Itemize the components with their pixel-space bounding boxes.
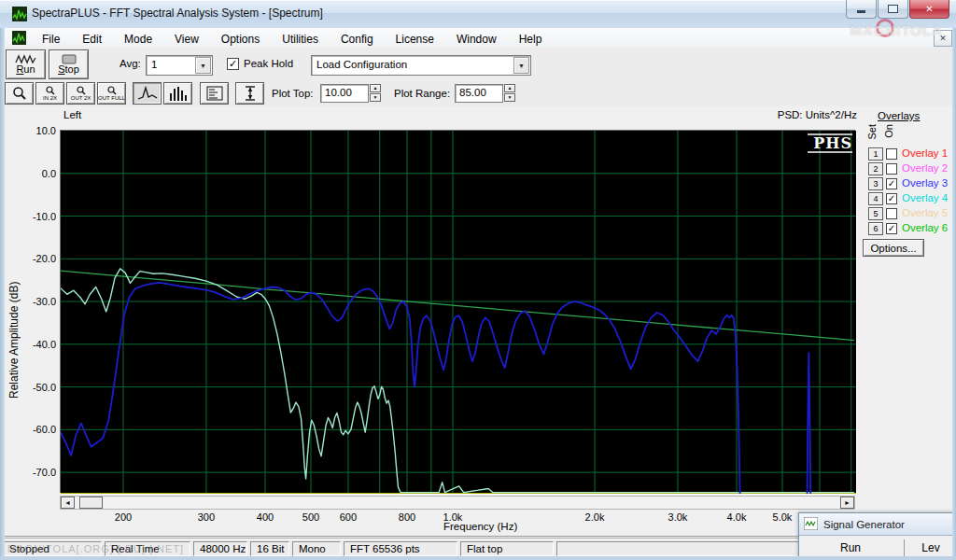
- overlay-checkbox-4[interactable]: ✓: [886, 193, 897, 204]
- signal-generator-titlebar[interactable]: Signal Generator: [799, 513, 955, 536]
- x-tick-label: 500: [292, 511, 330, 523]
- menu-view[interactable]: View: [163, 31, 210, 48]
- peak-hold-label: Peak Hold: [244, 58, 293, 69]
- load-configuration-combobox[interactable]: Load Configuration ▼: [311, 55, 531, 76]
- y-tick-label: -50.0: [19, 382, 56, 393]
- scroll-left-arrow-icon[interactable]: ◄: [61, 497, 75, 509]
- y-tick-label: -40.0: [19, 339, 56, 350]
- menu-edit[interactable]: Edit: [71, 31, 113, 48]
- menu-options[interactable]: Options: [210, 31, 271, 48]
- status-panel-mono: Mono: [292, 541, 341, 556]
- overlay-label-5: Overlay 5: [902, 207, 948, 218]
- signal-generator-run-button[interactable]: Run: [799, 541, 902, 554]
- plot-toolbar: IN 2X OUT 2X OUT FULL Plot Top: 10.00 ▲▼…: [0, 81, 956, 107]
- avg-combobox[interactable]: 1 ▼: [146, 55, 213, 76]
- overlay-set-button-2[interactable]: 2: [868, 162, 883, 175]
- overlay-checkbox-3[interactable]: ✓: [886, 178, 897, 189]
- peak-hold-checkbox[interactable]: ✓: [227, 58, 239, 70]
- y-tick-label: 0.0: [19, 168, 56, 179]
- run-button-label: Run: [16, 64, 35, 75]
- plot-range-input[interactable]: 85.00: [455, 84, 503, 103]
- signal-generator-window[interactable]: Signal Generator Run Lev: [798, 512, 956, 560]
- run-button[interactable]: Run: [6, 49, 46, 79]
- spectraplus-window: SpectraPLUS - FFT Spectral Analysis Syst…: [0, 0, 956, 560]
- menu-utilities[interactable]: Utilities: [271, 31, 330, 48]
- stop-button-label: Stop: [58, 64, 79, 75]
- overlay-checkbox-6[interactable]: ✓: [886, 223, 897, 234]
- avg-label: Avg:: [120, 58, 141, 69]
- close-icon: ✕: [925, 4, 933, 14]
- bar-graph-view-button[interactable]: [163, 82, 192, 105]
- spectrum-curve-view-button[interactable]: [133, 82, 162, 105]
- menu-file[interactable]: File: [31, 31, 71, 48]
- bar-graph-icon: [169, 86, 188, 101]
- spinner-up-icon[interactable]: ▲: [504, 84, 515, 92]
- stop-button[interactable]: Stop: [49, 49, 89, 79]
- overlay-options-button[interactable]: Options...: [863, 239, 924, 257]
- menu-config[interactable]: Config: [330, 31, 385, 48]
- overlays-header: Overlays: [878, 110, 920, 121]
- watermark-top: MAGNITOLA: [850, 22, 943, 38]
- spectrum-client-area: Left PSD: Units^2/Hz Relative Amplitude …: [0, 106, 956, 538]
- signal-generator-level-button[interactable]: Lev: [907, 541, 955, 554]
- y-tick-label: -20.0: [19, 253, 56, 264]
- x-tick-label: 200: [105, 511, 142, 523]
- zoom-out-2x-label: OUT 2X: [71, 95, 91, 101]
- zoom-in-2x-button[interactable]: IN 2X: [35, 82, 64, 105]
- zoom-out-full-button[interactable]: OUT FULL: [97, 82, 126, 105]
- spectrum-plot[interactable]: PHS: [61, 131, 856, 494]
- scroll-right-arrow-icon[interactable]: ►: [840, 497, 854, 509]
- magnifier-out-icon: [77, 86, 86, 95]
- scrollbar-thumb[interactable]: [79, 497, 103, 509]
- overlay-set-button-5[interactable]: 5: [868, 207, 883, 220]
- minimize-button[interactable]: [846, 0, 877, 19]
- plot-top-spinner[interactable]: ▲▼: [370, 84, 381, 103]
- menu-window[interactable]: Window: [445, 31, 508, 48]
- overlay-checkbox-5[interactable]: [886, 208, 897, 219]
- spinner-up-icon[interactable]: ▲: [370, 84, 381, 92]
- x-tick-label: 5.0k: [764, 511, 801, 523]
- window-frame-bottom: [0, 556, 956, 560]
- avg-dropdown-arrow-icon[interactable]: ▼: [195, 57, 211, 74]
- title-bar[interactable]: SpectraPLUS - FFT Spectral Analysis Syst…: [0, 0, 956, 29]
- overlay-set-button-1[interactable]: 1: [868, 147, 883, 161]
- menu-mode[interactable]: Mode: [113, 31, 163, 48]
- overlay-set-button-6[interactable]: 6: [868, 222, 883, 235]
- plot-top-input[interactable]: 10.00: [320, 84, 369, 103]
- overlay-checkbox-2[interactable]: [886, 163, 897, 175]
- plot-range-label: Plot Range:: [394, 88, 450, 99]
- load-configuration-dropdown-arrow-icon[interactable]: ▼: [513, 57, 529, 74]
- plot-range-spinner[interactable]: ▲▼: [504, 84, 515, 103]
- overlays-col-set: Set: [866, 124, 878, 140]
- overlay-set-button-3[interactable]: 3: [868, 177, 883, 190]
- status-panel-fft-65536-pts: FFT 65536 pts: [344, 541, 457, 556]
- signal-generator-divider: [904, 539, 905, 556]
- spinner-down-icon[interactable]: ▼: [370, 93, 381, 102]
- zoom-out-full-label: OUT FULL: [98, 95, 125, 101]
- y-tick-label: -30.0: [19, 296, 56, 307]
- zoom-out-2x-button[interactable]: OUT 2X: [66, 82, 95, 105]
- vertical-scale-button[interactable]: [235, 82, 264, 105]
- menu-license[interactable]: License: [385, 31, 445, 48]
- load-configuration-value: Load Configuration: [316, 59, 407, 70]
- magnifier-in-icon: [46, 86, 55, 95]
- minimize-icon: [857, 10, 865, 13]
- overlay-set-button-4[interactable]: 4: [868, 192, 883, 205]
- menu-items: FileEditModeViewOptionsUtilitiesConfigLi…: [31, 30, 553, 47]
- x-tick-label: 3.0k: [659, 511, 696, 523]
- x-tick-label: 800: [388, 511, 426, 523]
- zoom-button[interactable]: [5, 82, 34, 105]
- overlay-checkbox-1[interactable]: [886, 148, 897, 160]
- close-button[interactable]: ✕: [909, 0, 949, 19]
- plot-options-button[interactable]: [200, 82, 229, 105]
- menu-help[interactable]: Help: [508, 31, 554, 48]
- spinner-down-icon[interactable]: ▼: [504, 93, 515, 102]
- spectrum-child-icon[interactable]: [12, 31, 26, 45]
- spectrum-curve-icon: [137, 86, 158, 101]
- plot-h-scrollbar[interactable]: ◄ ►: [60, 496, 855, 510]
- magnifier-icon: [12, 86, 27, 101]
- overlay-label-1: Overlay 1: [902, 147, 948, 159]
- y-tick-label: -70.0: [19, 467, 56, 478]
- window-frame-right: [952, 28, 956, 560]
- restore-button[interactable]: [878, 0, 908, 19]
